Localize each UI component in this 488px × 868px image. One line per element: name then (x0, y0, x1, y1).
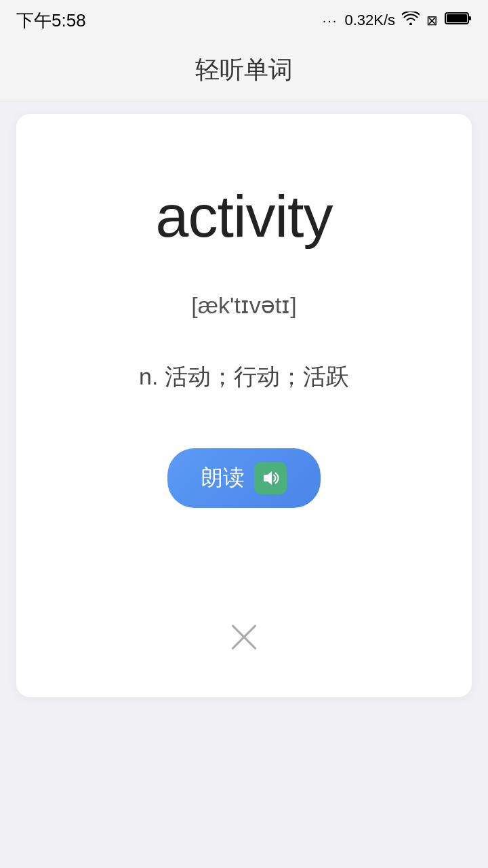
svg-rect-1 (447, 14, 467, 22)
app-title: 轻听单词 (195, 54, 293, 87)
phonetic-text: [æk'tɪvətɪ] (191, 292, 297, 319)
speaker-icon (261, 469, 280, 488)
svg-marker-3 (264, 471, 272, 485)
main-content: activity [æk'tɪvətɪ] n. 活动；行动；活跃 朗读 (0, 100, 488, 868)
read-button[interactable]: 朗读 (167, 448, 321, 508)
battery-icon (445, 12, 472, 29)
word-display: activity (156, 182, 333, 251)
close-icon (227, 619, 261, 653)
status-time: 下午5:58 (16, 9, 86, 33)
screen-record-icon: ⊠ (426, 12, 438, 28)
speaker-icon-container (254, 462, 287, 494)
svg-rect-2 (468, 16, 471, 20)
definition-text: n. 活动；行动；活跃 (139, 359, 349, 394)
status-right: ··· 0.32K/s ⊠ (323, 12, 472, 29)
close-button[interactable] (217, 609, 271, 663)
wifi-icon (402, 12, 420, 29)
read-button-label: 朗读 (201, 463, 245, 493)
word-card: activity [æk'tɪvətɪ] n. 活动；行动；活跃 朗读 (16, 114, 472, 697)
network-speed: 0.32K/s (344, 12, 395, 29)
status-bar: 下午5:58 ··· 0.32K/s ⊠ (0, 0, 488, 41)
status-dots: ··· (323, 13, 338, 28)
app-header: 轻听单词 (0, 41, 488, 100)
